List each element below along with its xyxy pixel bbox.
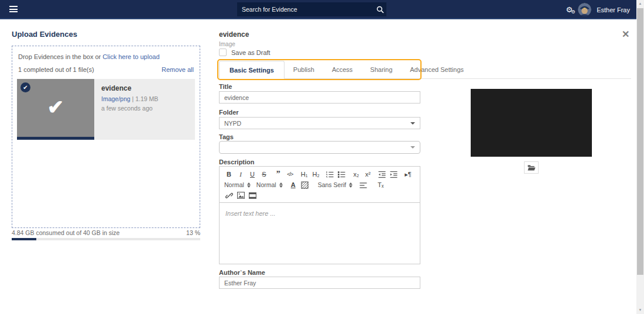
description-editor: B I U S ” </> H₁ H₂ [219, 166, 420, 264]
strikethrough-icon[interactable]: S [259, 170, 269, 179]
vertical-scrollbar[interactable]: ▲ ▼ [636, 0, 644, 314]
storage-consumed-text: 4.84 GB consumed out of 40 GB in size [12, 229, 119, 236]
tab-basic-settings[interactable]: Basic Settings [219, 61, 285, 79]
bullet-list-icon[interactable] [337, 170, 347, 179]
dropzone-instruction: Drop Evidences in the box or Click here … [18, 53, 195, 60]
file-name: evidence [101, 84, 188, 92]
save-as-draft-row[interactable]: Save as Draft [219, 49, 270, 56]
description-input[interactable]: Insert text here ... [220, 203, 420, 272]
header-2-icon[interactable]: H₂ [311, 170, 321, 179]
title-label: Title [219, 83, 232, 90]
file-info: evidence Image/png | 1.19 MB a few secon… [94, 79, 195, 140]
file-size: 1.19 MB [135, 95, 158, 102]
tab-access[interactable]: Access [323, 61, 361, 79]
top-bar: ⚙⚙ Esther Fray [0, 0, 644, 19]
subscript-icon[interactable]: x₂ [351, 170, 361, 179]
size-selected-value: Normal [224, 181, 244, 188]
evidence-type: Image [219, 41, 235, 47]
link-icon[interactable] [224, 191, 234, 200]
storage-percent: 13 % [186, 229, 200, 236]
file-type-link[interactable]: Image/png [101, 95, 131, 102]
underline-icon[interactable]: U [248, 170, 257, 179]
browse-thumbnail-button[interactable] [524, 161, 539, 174]
close-icon[interactable]: ✕ [622, 29, 629, 40]
evidence-title: evidence [219, 30, 249, 39]
dropzone[interactable]: Drop Evidences in the box or Click here … [12, 46, 200, 228]
search-bar [237, 2, 386, 16]
description-placeholder: Insert text here ... [225, 210, 276, 217]
background-color-icon[interactable] [300, 181, 310, 189]
page-title: Upload Evidences [12, 30, 77, 39]
tab-publish[interactable]: Publish [285, 61, 323, 79]
code-block-icon[interactable]: </> [285, 170, 294, 179]
updown-caret-icon [349, 182, 352, 188]
user-name[interactable]: Esther Fray [597, 6, 630, 13]
updown-caret-icon [247, 182, 251, 188]
header-select[interactable]: Normal [256, 181, 283, 188]
file-upload-time: a few seconds ago [101, 105, 188, 112]
file-progress-bar [17, 137, 94, 140]
updown-caret-icon [279, 182, 283, 188]
folder-open-icon [527, 164, 536, 171]
search-icon[interactable] [374, 3, 386, 16]
dropzone-text: Drop Evidences in the box or [18, 53, 102, 60]
blockquote-icon[interactable]: ” [273, 170, 283, 179]
italic-icon[interactable]: I [236, 170, 245, 179]
clear-formatting-icon[interactable]: Tₓ [376, 181, 385, 189]
size-select[interactable]: Normal [224, 181, 251, 188]
upload-evidences-screen: ⚙⚙ Esther Fray Upload Evidences Drop Evi… [0, 0, 644, 314]
tab-sharing[interactable]: Sharing [361, 61, 401, 79]
align-icon[interactable] [358, 181, 368, 189]
superscript-icon[interactable]: x² [363, 170, 372, 179]
title-input[interactable] [219, 91, 420, 103]
header-1-icon[interactable]: H₁ [300, 170, 309, 179]
editor-toolbar: B I U S ” </> H₁ H₂ [220, 167, 420, 203]
selected-check-icon[interactable]: ✔ [20, 82, 30, 92]
header-selected-value: Normal [256, 181, 276, 188]
user-area: ⚙⚙ Esther Fray [566, 0, 630, 19]
description-label: Description [219, 158, 255, 165]
font-select[interactable]: Sans Serif [318, 181, 352, 188]
text-color-icon[interactable]: A [289, 181, 298, 189]
author-input[interactable] [219, 277, 420, 289]
chevron-down-icon [410, 146, 415, 149]
storage-progress-fill [12, 238, 36, 240]
author-label: Author`s Name [219, 269, 265, 276]
font-selected-value: Sans Serif [318, 181, 346, 188]
settings-tabs: Basic Settings Publish Access Sharing Ad… [219, 61, 472, 79]
tab-advanced-settings[interactable]: Advanced Settings [401, 61, 472, 79]
upload-status-text: 1 completed out of 1 file(s) [18, 66, 94, 73]
save-as-draft-label: Save as Draft [231, 49, 270, 56]
bold-icon[interactable]: B [224, 170, 234, 179]
save-as-draft-checkbox[interactable] [219, 49, 227, 56]
tags-label: Tags [219, 133, 234, 140]
image-icon[interactable] [236, 191, 245, 200]
gears-icon[interactable]: ⚙⚙ [566, 6, 573, 13]
uploaded-file-card[interactable]: ✔ ✔ evidence Image/png | 1.19 MB a few s… [17, 79, 195, 140]
search-input[interactable] [237, 6, 374, 13]
click-to-upload-link[interactable]: Click here to upload [102, 53, 159, 60]
ordered-list-icon[interactable] [326, 170, 335, 179]
avatar[interactable] [578, 3, 591, 16]
file-thumbnail[interactable]: ✔ ✔ [17, 79, 94, 140]
folder-label: Folder [219, 109, 239, 116]
text-direction-rtl-icon[interactable]: ▸¶ [403, 170, 413, 179]
chevron-down-icon [410, 122, 415, 125]
indent-icon[interactable] [389, 170, 399, 179]
upload-complete-check-icon: ✔ [47, 95, 64, 119]
scroll-down-icon[interactable]: ▼ [636, 306, 644, 314]
folder-selected-value: NYPD [224, 120, 241, 127]
remove-all-link[interactable]: Remove all [162, 66, 194, 73]
scroll-up-icon[interactable]: ▲ [636, 0, 644, 8]
video-icon[interactable] [248, 191, 257, 200]
menu-icon[interactable] [9, 6, 18, 12]
tags-select[interactable] [219, 141, 420, 154]
storage-progress-track [12, 238, 200, 240]
folder-select[interactable]: NYPD [219, 117, 420, 129]
outdent-icon[interactable] [378, 170, 387, 179]
file-meta-separator: | [131, 95, 136, 102]
evidence-preview-image [471, 89, 592, 157]
scrollbar-thumb[interactable] [637, 8, 643, 275]
